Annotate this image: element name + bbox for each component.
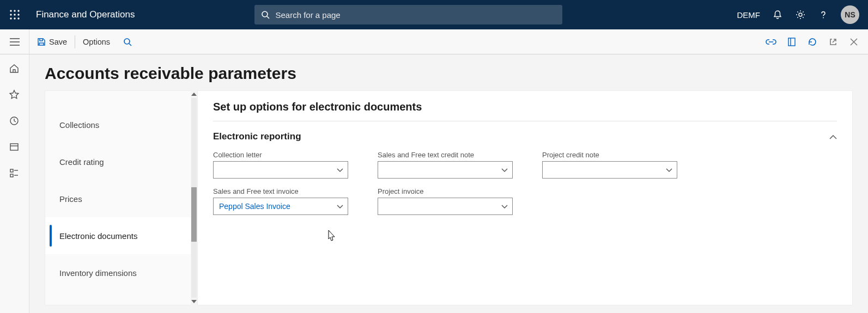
svg-point-8 bbox=[17, 17, 19, 19]
svg-point-6 bbox=[10, 17, 11, 19]
chevron-up-icon bbox=[191, 93, 197, 96]
svg-point-7 bbox=[14, 17, 15, 19]
company-indicator[interactable]: DEMF bbox=[737, 10, 761, 20]
field-label: Project invoice bbox=[378, 187, 513, 195]
tab-prices[interactable]: Prices bbox=[45, 180, 191, 217]
field-label: Project credit note bbox=[542, 151, 677, 159]
popout-icon bbox=[829, 38, 837, 46]
tab-credit-rating[interactable]: Credit rating bbox=[45, 143, 191, 180]
user-avatar[interactable]: NS bbox=[841, 5, 859, 24]
chevron-down-icon bbox=[337, 202, 343, 211]
svg-marker-30 bbox=[191, 300, 197, 303]
save-button[interactable]: Save bbox=[29, 29, 75, 54]
collapse-toggle[interactable] bbox=[829, 132, 837, 142]
svg-point-5 bbox=[17, 14, 19, 15]
options-button[interactable]: Options bbox=[75, 29, 118, 54]
tab-scrollbar[interactable] bbox=[190, 90, 198, 305]
notifications-button[interactable] bbox=[772, 9, 783, 20]
waffle-icon bbox=[10, 10, 20, 20]
scroll-thumb[interactable] bbox=[191, 187, 197, 242]
command-items: Save Options bbox=[29, 29, 137, 54]
help-icon bbox=[818, 9, 829, 20]
svg-point-11 bbox=[799, 13, 802, 16]
form-panel: Set up options for electronic documents … bbox=[197, 90, 853, 305]
fields-grid: Collection letter Sales and Free text cr… bbox=[213, 151, 837, 215]
bell-icon bbox=[772, 9, 783, 20]
page-title: Accounts receivable parameters bbox=[45, 64, 868, 83]
page-search-button[interactable] bbox=[118, 29, 137, 54]
hamburger-icon bbox=[10, 38, 20, 46]
field-label: Collection letter bbox=[213, 151, 348, 159]
office-icon bbox=[787, 37, 796, 47]
tab-electronic-documents[interactable]: Electronic documents bbox=[45, 217, 191, 254]
tab-inventory-dimensions[interactable]: Inventory dimensions bbox=[45, 254, 191, 291]
refresh-button[interactable] bbox=[807, 36, 818, 47]
help-button[interactable] bbox=[818, 9, 829, 20]
svg-point-12 bbox=[823, 17, 824, 19]
command-bar: Save Options bbox=[0, 29, 868, 54]
nav-recent[interactable] bbox=[9, 115, 21, 127]
header-right: DEMF NS bbox=[737, 5, 869, 24]
combo-value: Peppol Sales Invoice bbox=[219, 202, 290, 211]
group-header[interactable]: Electronic reporting bbox=[213, 131, 837, 142]
svg-point-0 bbox=[10, 10, 11, 11]
tab-list: Collections Credit rating Prices Electro… bbox=[45, 90, 191, 305]
content-row: Collections Credit rating Prices Electro… bbox=[45, 90, 868, 305]
chevron-down-icon bbox=[337, 165, 343, 174]
save-icon bbox=[37, 38, 46, 46]
command-right bbox=[766, 36, 868, 47]
project-credit-note-dropdown[interactable] bbox=[542, 161, 677, 179]
project-invoice-dropdown[interactable] bbox=[378, 198, 513, 215]
popout-button[interactable] bbox=[828, 36, 839, 47]
gear-icon bbox=[795, 9, 806, 20]
save-label: Save bbox=[49, 38, 67, 46]
svg-rect-27 bbox=[10, 174, 13, 177]
svg-marker-29 bbox=[191, 93, 197, 96]
svg-point-1 bbox=[14, 10, 15, 11]
main-area: Accounts receivable parameters Collectio… bbox=[29, 54, 868, 313]
svg-point-3 bbox=[10, 14, 11, 15]
chevron-down-icon bbox=[501, 202, 508, 211]
section-divider bbox=[213, 121, 837, 121]
app-title: Finance and Operations bbox=[36, 9, 135, 20]
attachments-button[interactable] bbox=[766, 36, 776, 47]
chevron-down-icon bbox=[501, 165, 508, 174]
field-project-invoice: Project invoice bbox=[378, 187, 513, 215]
scroll-up-arrow[interactable] bbox=[190, 90, 198, 98]
svg-rect-25 bbox=[10, 169, 13, 172]
close-button[interactable] bbox=[848, 36, 859, 47]
workspace-icon bbox=[9, 142, 20, 152]
svg-point-4 bbox=[14, 14, 15, 15]
sales-invoice-dropdown[interactable]: Peppol Sales Invoice bbox=[213, 198, 348, 215]
chevron-down-icon bbox=[191, 300, 197, 303]
group-title: Electronic reporting bbox=[213, 131, 301, 142]
office-button[interactable] bbox=[786, 36, 797, 47]
nav-workspaces[interactable] bbox=[9, 142, 21, 154]
svg-line-17 bbox=[129, 44, 131, 46]
field-sales-credit-note: Sales and Free text credit note bbox=[378, 151, 513, 179]
scroll-down-arrow[interactable] bbox=[190, 298, 198, 305]
waffle-button[interactable] bbox=[0, 0, 29, 29]
nav-home[interactable] bbox=[9, 63, 21, 75]
chevron-down-icon bbox=[666, 165, 672, 174]
settings-button[interactable] bbox=[795, 9, 806, 20]
field-project-credit-note: Project credit note bbox=[542, 151, 677, 179]
tab-label: Credit rating bbox=[59, 157, 104, 167]
refresh-icon bbox=[808, 37, 817, 47]
nav-favorites[interactable] bbox=[9, 89, 21, 101]
home-icon bbox=[9, 63, 20, 74]
sales-credit-note-dropdown[interactable] bbox=[378, 161, 513, 179]
section-caption: Set up options for electronic documents bbox=[213, 101, 837, 113]
chevron-up-icon bbox=[829, 135, 837, 139]
star-icon bbox=[9, 89, 20, 100]
global-search[interactable]: Search for a page bbox=[254, 5, 562, 24]
tab-label: Inventory dimensions bbox=[59, 268, 137, 278]
tab-label: Collections bbox=[59, 120, 99, 130]
scroll-track[interactable] bbox=[191, 98, 197, 298]
nav-modules[interactable] bbox=[9, 168, 21, 180]
nav-rail bbox=[0, 54, 29, 313]
nav-toggle-button[interactable] bbox=[0, 29, 29, 54]
field-label: Sales and Free text invoice bbox=[213, 187, 348, 195]
tab-collections[interactable]: Collections bbox=[45, 106, 191, 143]
collection-letter-dropdown[interactable] bbox=[213, 161, 348, 179]
